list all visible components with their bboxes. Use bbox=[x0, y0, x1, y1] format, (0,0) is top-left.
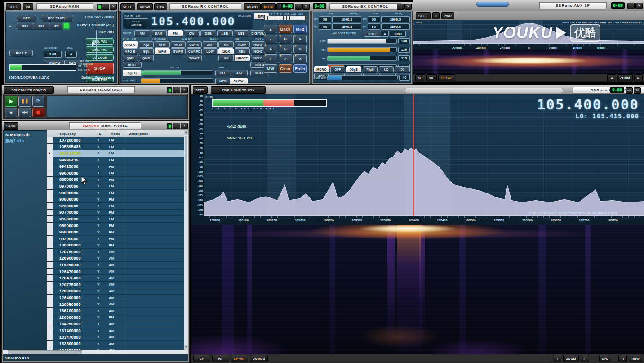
sp1-button[interactable]: SP1 bbox=[17, 23, 34, 29]
memory-row[interactable]: 120950000 Y AM bbox=[47, 301, 184, 308]
minimize-button[interactable]: — bbox=[397, 4, 404, 10]
memory-row[interactable]: 89700000 Y FM bbox=[47, 183, 184, 190]
keypad-key[interactable]: ▲ bbox=[264, 25, 277, 33]
agc-slow-button[interactable]: SLOW bbox=[230, 78, 248, 84]
keypad-key[interactable]: 2 bbox=[279, 54, 292, 63]
memory-row[interactable]: 100800000 Y FM bbox=[47, 242, 184, 249]
rx-grid-button[interactable]: B|A bbox=[139, 48, 154, 54]
stor-button[interactable]: STOR bbox=[4, 122, 18, 130]
keypad-key[interactable]: 7 bbox=[264, 35, 277, 43]
zoom-in-button[interactable]: ► bbox=[634, 74, 643, 81]
mode-button[interactable]: FM bbox=[168, 30, 183, 36]
rx-button[interactable]: RX bbox=[49, 23, 64, 29]
notch-bw[interactable]: 50 bbox=[319, 23, 331, 30]
agc-med-button[interactable]: MED bbox=[215, 78, 231, 84]
rx-grid-button[interactable]: SWFM bbox=[171, 48, 186, 54]
close-button[interactable]: ✕ bbox=[635, 3, 643, 9]
frequency-display[interactable]: NORM 10x STEP:100 kHz 105.400.000 -54.2 … bbox=[123, 13, 253, 29]
rx-grid-button[interactable]: VFO A bbox=[123, 41, 138, 48]
memory-row[interactable]: 92300000 Y FM bbox=[47, 203, 184, 210]
rx-grid-button[interactable]: VFO B bbox=[123, 48, 138, 54]
keypad-key[interactable]: Back bbox=[279, 25, 292, 33]
exw-button[interactable]: EXW bbox=[154, 3, 167, 10]
keypad-key[interactable]: 5 bbox=[279, 45, 292, 53]
rx-grid-button[interactable]: NR bbox=[218, 41, 234, 48]
memory-row[interactable]: 130900000 Y FM bbox=[47, 314, 184, 321]
rx-grid-button[interactable]: NBW bbox=[235, 41, 250, 48]
settings-button[interactable]: SETT. bbox=[6, 3, 21, 10]
memory-row[interactable]: 126475000 Y AM bbox=[47, 275, 184, 282]
close-button[interactable]: ✕ bbox=[404, 4, 412, 10]
minimize-button[interactable]: — bbox=[626, 87, 633, 94]
sp2-button[interactable]: SP2 bbox=[33, 23, 50, 29]
close-button[interactable]: ✕ bbox=[634, 87, 641, 94]
memory-row[interactable]: 120750000 Y AM bbox=[47, 249, 184, 255]
rbw-button[interactable]: RBW bbox=[629, 355, 642, 362]
aux-waterfall[interactable] bbox=[413, 49, 644, 74]
mode-button[interactable]: SAM bbox=[151, 30, 167, 36]
rsyn-button[interactable]: RSYN1 bbox=[244, 3, 261, 10]
record-button[interactable] bbox=[32, 108, 44, 117]
rewind-button[interactable]: ◀◀ bbox=[18, 108, 31, 117]
rx-grid-button[interactable]: QMS bbox=[123, 55, 138, 61]
rx-grid-button[interactable]: NBN bbox=[235, 48, 250, 54]
memory-row[interactable]: 107200000 Y FM bbox=[47, 137, 184, 144]
soft-button[interactable]: SOFT bbox=[364, 31, 382, 37]
mode-button[interactable]: LSB bbox=[217, 30, 233, 36]
soft-cutoff[interactable]: 3000 bbox=[390, 31, 406, 37]
mode-button[interactable]: AM bbox=[134, 30, 150, 36]
speaker-icon[interactable]: 🔈 bbox=[9, 24, 13, 28]
notch-bw[interactable]: 50 bbox=[368, 23, 380, 30]
rx-grid-button[interactable]: CWPK bbox=[187, 41, 202, 48]
notch-freq[interactable]: 1000.5 bbox=[332, 16, 361, 22]
ra-button[interactable]: RA bbox=[23, 3, 33, 10]
rf-gain-slider-handle[interactable] bbox=[92, 42, 96, 46]
memory-table[interactable]: FrequencySModeDescription 107200000 Y FM… bbox=[47, 130, 184, 350]
play-button[interactable]: ▶ bbox=[5, 96, 17, 107]
memory-row[interactable]: 120900000 Y AM bbox=[47, 255, 184, 262]
rx-grid-button[interactable]: WFM bbox=[155, 48, 170, 54]
spwf-view-button[interactable]: SP+WF bbox=[438, 74, 455, 81]
notch-freq[interactable]: 1500.5 bbox=[332, 23, 361, 30]
zoom-in-button[interactable]: ► bbox=[581, 355, 589, 362]
rx-grid-button[interactable]: LOW bbox=[203, 48, 218, 54]
scroll-pill[interactable] bbox=[405, 88, 563, 93]
settings-button[interactable]: SETT. bbox=[193, 86, 208, 94]
memory-row[interactable]: 88800000 Y FM bbox=[47, 177, 184, 184]
keypad-key[interactable]: 4 bbox=[264, 45, 277, 53]
keypad-key[interactable]: 9 bbox=[293, 35, 307, 43]
memory-row[interactable]: 134250000 Y AM bbox=[47, 321, 184, 328]
zoom-out-button[interactable]: ◄ bbox=[607, 74, 616, 81]
wf-view-button[interactable]: WF bbox=[212, 355, 229, 362]
loop-button[interactable]: ⟳ bbox=[32, 96, 44, 107]
rx-grid-button[interactable]: TWAIT bbox=[187, 55, 202, 61]
keypad-key[interactable]: MW bbox=[264, 64, 277, 73]
opt-button[interactable]: OPT bbox=[17, 15, 36, 21]
rx-grid-button[interactable]: QMR bbox=[139, 55, 154, 61]
memory-row[interactable]: 99425000 Y FM bbox=[47, 163, 184, 170]
memory-row[interactable]: 90600000 Y FM bbox=[47, 190, 184, 197]
dec-value[interactable]: 4 bbox=[65, 51, 77, 58]
minimize-button[interactable]: — bbox=[295, 4, 302, 10]
table-column-header[interactable]: Mode bbox=[106, 132, 124, 136]
memory-row[interactable]: ► 105400000 Y FM bbox=[47, 150, 184, 157]
bank-file-item[interactable]: 频段1.s1b bbox=[4, 138, 47, 144]
bank-file-list[interactable]: SDRuno.s1b频段1.s1b bbox=[3, 130, 48, 350]
memory-row[interactable]: 105395435 Y FM bbox=[47, 144, 184, 151]
memory-row[interactable]: 126400000 Y AM bbox=[47, 295, 184, 301]
memory-row[interactable]: 131400000 Y AM bbox=[47, 327, 184, 334]
zoom-out-button[interactable]: ◄ bbox=[553, 355, 561, 362]
memory-row[interactable]: 99995435 Y FM bbox=[47, 157, 184, 164]
memory-row[interactable]: 133470000 Y AM bbox=[47, 334, 184, 341]
volume-slider[interactable] bbox=[141, 78, 213, 83]
aux-toolbar-button[interactable]: 0 bbox=[432, 12, 440, 19]
rx-grid-button[interactable]: 192K bbox=[218, 48, 234, 54]
mode-button[interactable]: DIGITAL bbox=[250, 30, 266, 36]
notch-freq[interactable]: 2000.5 bbox=[381, 16, 410, 22]
minimize-button[interactable]: — bbox=[173, 123, 180, 129]
memory-row[interactable]: 95900000 Y FM bbox=[47, 223, 184, 229]
rx-grid-button[interactable]: ZAP bbox=[203, 41, 218, 48]
memory-row[interactable]: 126470000 Y AM bbox=[47, 269, 184, 275]
bias-t-button[interactable]: BIAS-T bbox=[9, 50, 33, 56]
minimize-button[interactable]: — bbox=[102, 4, 109, 10]
